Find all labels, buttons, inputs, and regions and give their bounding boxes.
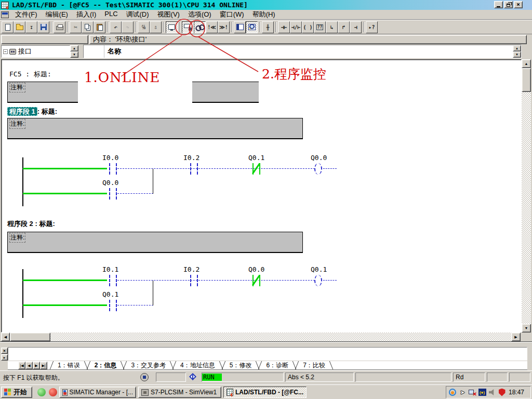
- next-error-button[interactable]: ≫!: [218, 21, 230, 33]
- tab-diagnostics[interactable]: 6：诊断: [259, 361, 296, 369]
- operand-label[interactable]: I0.0: [102, 154, 118, 162]
- no-contact-bar[interactable]: [116, 163, 117, 175]
- hscroll-right-button[interactable]: ▶: [511, 332, 521, 341]
- output-coil[interactable]: [314, 163, 322, 175]
- no-contact-bar[interactable]: [197, 275, 198, 286]
- open-button[interactable]: [14, 21, 25, 33]
- bottom-panel-next-button[interactable]: ▸: [1, 354, 8, 361]
- minimize-button[interactable]: [494, 1, 503, 8]
- redo-button[interactable]: ↷: [122, 21, 134, 33]
- new-file-button[interactable]: [2, 21, 14, 33]
- no-contact-bar[interactable]: [116, 300, 117, 311]
- interface-tree-box[interactable]: − 接口: [1, 45, 70, 58]
- operand-label[interactable]: Q0.1: [248, 154, 264, 162]
- restore-button[interactable]: [504, 1, 513, 8]
- no-contact-bar[interactable]: [116, 275, 117, 286]
- detail-view-button[interactable]: [246, 21, 258, 33]
- menu-options[interactable]: 选项(O): [184, 9, 216, 20]
- volume-icon[interactable]: [488, 388, 496, 396]
- network-2-comment-box[interactable]: 注释:: [7, 232, 303, 253]
- menu-plc[interactable]: PLC: [100, 9, 122, 20]
- operand-label[interactable]: I0.2: [183, 154, 200, 162]
- tab-next-button[interactable]: ▶: [33, 362, 40, 369]
- prev-error-button[interactable]: !≪: [206, 21, 218, 33]
- decl-spin-up-button[interactable]: ▲: [513, 45, 521, 51]
- output-coil[interactable]: [314, 275, 322, 286]
- operand-label[interactable]: Q0.0: [311, 154, 327, 162]
- paste-button[interactable]: [94, 21, 105, 33]
- bottom-panel-close-button[interactable]: ×: [1, 348, 8, 354]
- close-branch-button[interactable]: ↱: [338, 21, 350, 33]
- hscroll-left-button[interactable]: ◀: [1, 332, 10, 341]
- undo-button[interactable]: ↶: [110, 21, 122, 33]
- menu-window[interactable]: 窗口(W): [216, 9, 248, 20]
- tab-cross-reference[interactable]: 3：交叉参考: [124, 361, 173, 369]
- coil-button[interactable]: ( ): [302, 21, 314, 33]
- vscroll-track[interactable]: [522, 68, 531, 324]
- program-monitor-toggle[interactable]: [194, 21, 206, 33]
- menu-file[interactable]: 文件(F): [11, 9, 42, 20]
- close-button[interactable]: ×: [514, 1, 523, 8]
- tree-spin-up-button[interactable]: ▲: [70, 45, 78, 51]
- menu-insert[interactable]: 插入(I): [72, 9, 100, 20]
- vscroll-thumb[interactable]: [522, 68, 531, 92]
- tab-address-info[interactable]: 4：地址信息: [173, 361, 222, 369]
- contact-no-button[interactable]: ⊣⊢: [278, 21, 290, 33]
- mouse-pointer-icon[interactable]: ➤: [458, 388, 467, 396]
- vscroll-up-button[interactable]: ▲: [522, 59, 531, 68]
- operand-label[interactable]: Q0.1: [311, 265, 327, 273]
- network-2-header[interactable]: 程序段 2 : 标题:: [7, 219, 55, 229]
- no-contact-bar[interactable]: [109, 188, 110, 200]
- network-1-header[interactable]: 程序段 1: 标题:: [7, 107, 57, 116]
- operand-label[interactable]: Q0.0: [248, 265, 264, 273]
- menu-debug[interactable]: 调试(D): [122, 9, 153, 20]
- task-s7-plcsim[interactable]: S7-PLCSIM - SimView1: [138, 387, 221, 398]
- app-icon[interactable]: [1, 2, 9, 9]
- tree-collapse-icon[interactable]: −: [3, 49, 8, 54]
- hscroll-track[interactable]: [10, 332, 511, 341]
- contact-nc-button[interactable]: ⊣/⊢: [290, 21, 302, 33]
- tab-modify[interactable]: 5：修改: [222, 361, 259, 369]
- quick-launch-green-icon[interactable]: [37, 388, 46, 396]
- network-1-label[interactable]: 程序段 1: [7, 107, 37, 116]
- task-simatic-manager[interactable]: SIMATIC Manager - [...: [59, 387, 136, 398]
- online-toggle[interactable]: [182, 21, 194, 33]
- interface-tree-label[interactable]: 接口: [18, 47, 32, 56]
- security-shield-icon[interactable]: [498, 388, 506, 396]
- tab-first-button[interactable]: |◀: [18, 362, 25, 369]
- cut-button[interactable]: ✂: [70, 21, 82, 33]
- overview-view-button[interactable]: [234, 21, 246, 33]
- no-contact-bar[interactable]: [109, 275, 110, 286]
- new-network-button[interactable]: ╫: [262, 21, 274, 33]
- operand-label[interactable]: Q0.0: [102, 179, 118, 187]
- help-cursor-button[interactable]: ▸?: [366, 21, 378, 33]
- network-2-label[interactable]: 程序段 2: [7, 220, 33, 228]
- splitter[interactable]: [0, 341, 532, 347]
- call-structure-button[interactable]: ℅: [138, 21, 150, 33]
- no-contact-bar[interactable]: [190, 275, 191, 286]
- tab-errors[interactable]: 1：错误: [50, 361, 87, 369]
- operand-label[interactable]: I0.1: [102, 265, 118, 273]
- tab-last-button[interactable]: ▶|: [40, 362, 47, 369]
- task-lad-stl-fbd[interactable]: LAD/STL/FBD - [@FC...: [223, 387, 307, 398]
- hscroll-thumb[interactable]: [10, 332, 50, 341]
- no-contact-bar[interactable]: [109, 300, 110, 311]
- block-header[interactable]: FC5 : 标题:: [9, 70, 51, 79]
- menu-edit[interactable]: 编辑(E): [42, 9, 72, 20]
- sync-swirl-icon[interactable]: [448, 388, 457, 396]
- download-button[interactable]: ⇩: [150, 21, 162, 33]
- decl-spin-down-button[interactable]: ▼: [513, 51, 521, 58]
- document-icon[interactable]: [1, 11, 9, 18]
- no-contact-bar[interactable]: [190, 163, 191, 175]
- copy-button[interactable]: [82, 21, 94, 33]
- tree-spin-down-button[interactable]: ▼: [70, 51, 78, 58]
- start-button[interactable]: 开始: [1, 387, 32, 398]
- network-error-icon[interactable]: [468, 388, 476, 396]
- open-online-button[interactable]: ↧: [25, 21, 37, 33]
- empty-box-button[interactable]: ??: [314, 21, 326, 33]
- menu-help[interactable]: 帮助(H): [248, 9, 280, 20]
- no-contact-bar[interactable]: [197, 163, 198, 175]
- name-column-header[interactable]: 名称: [104, 45, 513, 58]
- tab-comparison[interactable]: 7：比较: [296, 361, 332, 369]
- save-button[interactable]: [37, 21, 49, 33]
